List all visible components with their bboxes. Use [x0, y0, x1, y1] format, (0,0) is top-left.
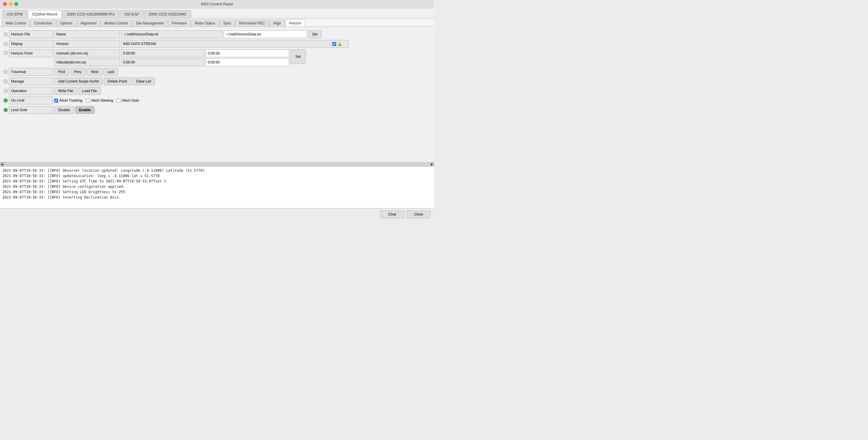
enable-button[interactable]: Enable	[75, 106, 94, 114]
write-file-button[interactable]: Write File	[54, 87, 77, 95]
display-label: Display	[9, 40, 53, 48]
tab-alignment[interactable]: Alignment	[76, 20, 100, 27]
horizon-point-label: Horizon Point	[9, 50, 53, 57]
tab-sync[interactable]: Sync	[219, 20, 235, 27]
log-line-4: 2021-09-07T10:56:33: [INFO] Device confi…	[2, 184, 432, 189]
display-stream-label: INDI DATA STREAM	[121, 40, 330, 48]
tab-connection[interactable]: Connection	[30, 20, 56, 27]
abort-slewing-item[interactable]: Abort Slewing	[86, 98, 113, 102]
operation-label: Operation	[9, 87, 53, 95]
footer: Clear Close	[0, 208, 434, 220]
tab-site-management[interactable]: Site Management	[132, 20, 168, 27]
tab-motor-status[interactable]: Motor Status	[191, 20, 219, 27]
tab-eqmod-mount[interactable]: EQMod Mount	[28, 10, 62, 18]
traversal-label: Traversal	[9, 68, 53, 76]
window-controls	[3, 2, 18, 6]
first-button[interactable]: First	[54, 68, 69, 76]
altitude-value2[interactable]: 0:00:00	[206, 58, 289, 66]
operation-row: Operation Write File Load File	[4, 87, 430, 95]
log-line-1: 2021-09-07T10:56:33: [INFO] Observer loc…	[2, 168, 432, 173]
on-limit-indicator	[4, 98, 8, 102]
abort-goto-checkbox[interactable]	[117, 99, 120, 102]
scroll-track	[4, 163, 430, 166]
horizon-point-set-button[interactable]: Set	[290, 50, 306, 64]
panel-tabs: Main Control Connection Options Alignmen…	[0, 19, 434, 27]
on-limit-label: On Limit	[9, 97, 53, 104]
title-bar: INDI Control Panel	[0, 0, 434, 8]
log-area: 2021-09-07T10:56:33: [INFO] Observer loc…	[0, 166, 434, 208]
horizon-file-value1: ~/.indi/HorizonData.txt	[121, 30, 222, 38]
display-checkbox[interactable]	[332, 42, 336, 46]
on-limit-row: On Limit Abort Tracking Abort Slewing	[4, 97, 430, 104]
display-row: Display Horizon INDI DATA STREAM 🔒	[4, 40, 430, 48]
tab-asi-eaf[interactable]: ASI EAF	[120, 10, 144, 18]
scroll-left-arrow[interactable]: ◀	[0, 162, 4, 167]
limit-goto-row: Limit Goto Disable Enable	[4, 106, 430, 114]
clear-list-button[interactable]: Clear List	[132, 77, 155, 85]
tab-options[interactable]: Options	[56, 20, 76, 27]
load-file-button[interactable]: Load File	[78, 87, 100, 95]
horizon-file-value2[interactable]: ~/.indi/HorizonData.txt	[223, 30, 307, 38]
altitude-label: Altitude(dd:mm:ss)	[54, 58, 120, 66]
traversal-row: Traversal First Prev. Next Last	[4, 68, 430, 76]
display-horizon-label: Horizon	[54, 40, 120, 48]
prev-button[interactable]: Prev.	[70, 68, 86, 76]
traversal-indicator	[4, 70, 8, 74]
manage-indicator	[4, 79, 8, 84]
display-check-area: 🔒	[331, 40, 349, 48]
main-content: ASI EFW EQMod Mount ZWO CCD ASI1600MM Pr…	[0, 8, 434, 220]
horizon-file-name-label: Name	[54, 30, 120, 38]
scroll-area[interactable]: Horizon File Name ~/.indi/HorizonData.tx…	[0, 27, 434, 162]
tab-zwo-1600[interactable]: ZWO CCD ASI1600MM Pro	[62, 10, 119, 18]
add-current-scope-button[interactable]: Add Current Scope Az/Alt	[54, 77, 102, 85]
tab-motion-control[interactable]: Motion Control	[100, 20, 131, 27]
tab-horizon[interactable]: Horizon	[285, 20, 305, 27]
log-line-6: 2021-09-07T10:56:33: [INFO] Inverting De…	[2, 195, 432, 200]
disable-button[interactable]: Disable	[54, 106, 74, 114]
content-area: Horizon File Name ~/.indi/HorizonData.tx…	[0, 27, 434, 208]
device-tabs: ASI EFW EQMod Mount ZWO CCD ASI1600MM Pr…	[0, 8, 434, 19]
log-line-5: 2021-09-07T10:56:33: [INFO] Setting LED …	[2, 189, 432, 195]
horizon-file-row: Horizon File Name ~/.indi/HorizonData.tx…	[4, 30, 430, 38]
manage-label: Manage	[9, 77, 53, 85]
last-button[interactable]: Last	[103, 68, 118, 76]
manage-row: Manage Add Current Scope Az/Alt Delete P…	[4, 77, 430, 85]
close-button-footer[interactable]: Close	[407, 211, 430, 218]
tab-zwo-224[interactable]: ZWO CCD ASI224MC	[144, 10, 191, 18]
azimuth-value2[interactable]: 0:00:00	[206, 50, 289, 57]
tab-firmware[interactable]: Firmware	[168, 20, 191, 27]
limit-goto-label: Limit Goto	[9, 106, 53, 114]
azimuth-value1: 0:00:00	[121, 50, 205, 57]
horizontal-scrollbar[interactable]: ◀ ▶	[0, 162, 434, 166]
abort-slewing-label: Abort Slewing	[91, 98, 113, 102]
tab-asi-efw[interactable]: ASI EFW	[2, 10, 27, 18]
tab-align[interactable]: Align	[269, 20, 285, 27]
on-limit-checkboxes: Abort Tracking Abort Slewing Abort Goto	[54, 98, 139, 102]
altitude-value1: 0:00:00	[121, 58, 205, 66]
close-button[interactable]	[3, 2, 7, 6]
display-indicator	[4, 42, 8, 46]
abort-slewing-checkbox[interactable]	[86, 99, 90, 102]
window-title: INDI Control Panel	[201, 2, 233, 6]
minimize-button[interactable]	[9, 2, 12, 6]
horizon-file-set-button[interactable]: Set	[308, 30, 321, 38]
maximize-button[interactable]	[14, 2, 18, 6]
abort-goto-item[interactable]: Abort Goto	[117, 98, 139, 102]
tab-main-control[interactable]: Main Control	[2, 20, 30, 27]
log-line-2: 2021-09-07T10:56:33: [INFO] updateLocati…	[2, 173, 432, 179]
abort-tracking-item[interactable]: Abort Tracking	[54, 98, 82, 102]
next-button[interactable]: Next	[87, 68, 102, 76]
log-line-3: 2021-09-07T10:56:33: [INFO] Setting UTC …	[2, 179, 432, 184]
display-lock-icon: 🔒	[337, 42, 342, 46]
abort-tracking-checkbox[interactable]	[54, 99, 58, 102]
abort-tracking-label: Abort Tracking	[59, 98, 82, 102]
scroll-right-arrow[interactable]: ▶	[430, 162, 434, 167]
tab-permanent-pec[interactable]: Permanent PEC	[235, 20, 269, 27]
azimuth-label: Azimuth (dd:mm:ss)	[54, 50, 120, 57]
horizon-grid: Horizon File Name ~/.indi/HorizonData.tx…	[4, 30, 430, 114]
delete-point-button[interactable]: Delete Point	[104, 77, 131, 85]
horizon-file-label: Horizon File	[9, 30, 53, 38]
abort-goto-label: Abort Goto	[122, 98, 139, 102]
clear-button[interactable]: Clear	[380, 211, 404, 218]
horizon-file-indicator	[4, 32, 8, 36]
